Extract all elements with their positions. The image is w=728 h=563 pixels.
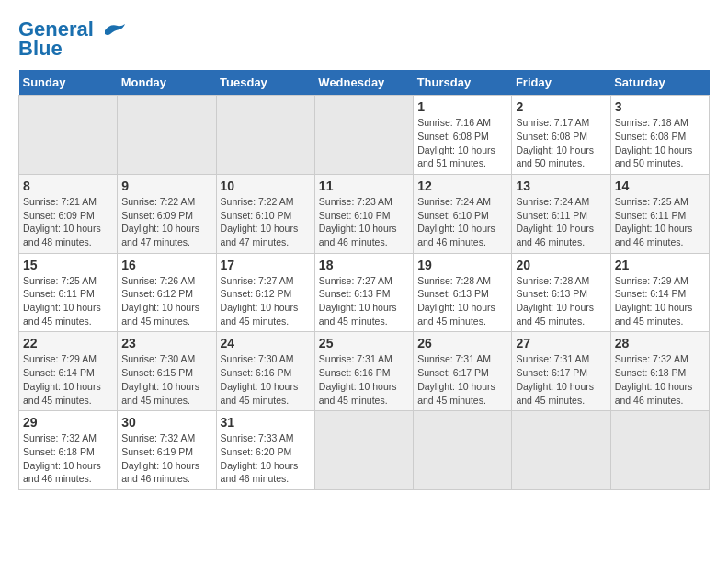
sunset-text: Sunset: 6:15 PM — [121, 367, 193, 378]
day-number: 12 — [417, 178, 507, 193]
sunrise-text: Sunrise: 7:21 AM — [23, 196, 97, 207]
day-info: Sunrise: 7:17 AM Sunset: 6:08 PM Dayligh… — [516, 116, 606, 170]
day-info: Sunrise: 7:25 AM Sunset: 6:11 PM Dayligh… — [615, 195, 705, 249]
calendar-cell: 10 Sunrise: 7:22 AM Sunset: 6:10 PM Dayl… — [216, 174, 314, 253]
calendar-cell — [314, 96, 413, 175]
day-info: Sunrise: 7:29 AM Sunset: 6:14 PM Dayligh… — [23, 352, 113, 407]
day-number: 14 — [615, 178, 705, 193]
day-number: 29 — [23, 415, 113, 430]
day-number: 31 — [221, 415, 311, 430]
sunset-text: Sunset: 6:17 PM — [417, 367, 489, 378]
day-number: 15 — [23, 258, 113, 272]
weekday-header-wednesday: Wednesday — [314, 70, 413, 96]
calendar-cell: 1 Sunrise: 7:16 AM Sunset: 6:08 PM Dayli… — [414, 96, 512, 175]
sunrise-text: Sunrise: 7:27 AM — [319, 275, 392, 286]
day-info: Sunrise: 7:29 AM Sunset: 6:14 PM Dayligh… — [615, 274, 705, 328]
daylight-text: Daylight: 10 hours and 45 minutes. — [221, 302, 299, 327]
sunrise-text: Sunrise: 7:25 AM — [615, 196, 688, 207]
calendar-cell: 23 Sunrise: 7:30 AM Sunset: 6:15 PM Dayl… — [118, 332, 216, 411]
daylight-text: Daylight: 10 hours and 45 minutes. — [221, 381, 299, 406]
sunset-text: Sunset: 6:11 PM — [516, 210, 587, 221]
sunset-text: Sunset: 6:09 PM — [23, 210, 95, 221]
day-info: Sunrise: 7:25 AM Sunset: 6:11 PM Dayligh… — [23, 274, 113, 328]
daylight-text: Daylight: 10 hours and 45 minutes. — [516, 381, 594, 406]
calendar-cell: 18 Sunrise: 7:27 AM Sunset: 6:13 PM Dayl… — [314, 253, 413, 332]
daylight-text: Daylight: 10 hours and 46 minutes. — [121, 460, 199, 485]
calendar-cell — [118, 96, 216, 175]
day-info: Sunrise: 7:24 AM Sunset: 6:10 PM Dayligh… — [417, 195, 507, 249]
day-info: Sunrise: 7:31 AM Sunset: 6:17 PM Dayligh… — [417, 352, 507, 407]
calendar-week-4: 22 Sunrise: 7:29 AM Sunset: 6:14 PM Dayl… — [19, 332, 710, 411]
sunrise-text: Sunrise: 7:24 AM — [516, 196, 589, 207]
calendar-week-2: 8 Sunrise: 7:21 AM Sunset: 6:09 PM Dayli… — [19, 174, 710, 253]
weekday-header-row: SundayMondayTuesdayWednesdayThursdayFrid… — [19, 70, 710, 96]
sunrise-text: Sunrise: 7:31 AM — [516, 353, 589, 364]
daylight-text: Daylight: 10 hours and 45 minutes. — [23, 302, 101, 327]
sunrise-text: Sunrise: 7:32 AM — [615, 353, 688, 364]
daylight-text: Daylight: 10 hours and 46 minutes. — [23, 460, 101, 485]
calendar-cell: 25 Sunrise: 7:31 AM Sunset: 6:16 PM Dayl… — [314, 332, 413, 411]
calendar-cell: 31 Sunrise: 7:33 AM Sunset: 6:20 PM Dayl… — [216, 411, 314, 490]
sunrise-text: Sunrise: 7:17 AM — [516, 117, 589, 128]
day-number: 9 — [121, 178, 211, 193]
sunset-text: Sunset: 6:12 PM — [121, 288, 193, 299]
day-number: 16 — [121, 258, 211, 272]
sunset-text: Sunset: 6:13 PM — [417, 288, 489, 299]
daylight-text: Daylight: 10 hours and 45 minutes. — [319, 302, 397, 327]
day-number: 26 — [417, 336, 507, 350]
daylight-text: Daylight: 10 hours and 45 minutes. — [121, 302, 199, 327]
sunset-text: Sunset: 6:17 PM — [516, 367, 587, 378]
day-info: Sunrise: 7:18 AM Sunset: 6:08 PM Dayligh… — [615, 116, 705, 170]
sunrise-text: Sunrise: 7:31 AM — [319, 353, 392, 364]
weekday-header-tuesday: Tuesday — [216, 70, 314, 96]
sunrise-text: Sunrise: 7:30 AM — [221, 353, 294, 364]
sunrise-text: Sunrise: 7:27 AM — [221, 275, 294, 286]
day-number: 24 — [221, 336, 311, 350]
logo-subtext: Blue — [18, 37, 63, 61]
calendar-cell: 22 Sunrise: 7:29 AM Sunset: 6:14 PM Dayl… — [19, 332, 118, 411]
daylight-text: Daylight: 10 hours and 51 minutes. — [417, 144, 495, 169]
sunrise-text: Sunrise: 7:33 AM — [221, 432, 294, 443]
calendar-cell: 28 Sunrise: 7:32 AM Sunset: 6:18 PM Dayl… — [610, 332, 709, 411]
calendar-cell: 27 Sunrise: 7:31 AM Sunset: 6:17 PM Dayl… — [512, 332, 610, 411]
calendar-cell: 15 Sunrise: 7:25 AM Sunset: 6:11 PM Dayl… — [19, 253, 118, 332]
sunset-text: Sunset: 6:16 PM — [319, 367, 391, 378]
calendar-cell: 29 Sunrise: 7:32 AM Sunset: 6:18 PM Dayl… — [19, 411, 118, 490]
daylight-text: Daylight: 10 hours and 45 minutes. — [121, 381, 199, 406]
day-info: Sunrise: 7:32 AM Sunset: 6:18 PM Dayligh… — [615, 352, 705, 407]
day-number: 23 — [121, 336, 211, 350]
weekday-header-monday: Monday — [118, 70, 216, 96]
sunrise-text: Sunrise: 7:22 AM — [121, 196, 195, 207]
day-info: Sunrise: 7:26 AM Sunset: 6:12 PM Dayligh… — [121, 274, 211, 328]
calendar-cell: 30 Sunrise: 7:32 AM Sunset: 6:19 PM Dayl… — [118, 411, 216, 490]
calendar-cell: 8 Sunrise: 7:21 AM Sunset: 6:09 PM Dayli… — [19, 174, 118, 253]
sunrise-text: Sunrise: 7:18 AM — [615, 117, 688, 128]
day-info: Sunrise: 7:30 AM Sunset: 6:15 PM Dayligh… — [121, 352, 211, 407]
calendar-cell — [610, 411, 709, 490]
sunset-text: Sunset: 6:09 PM — [121, 210, 193, 221]
page-header: General Blue — [18, 18, 710, 61]
day-number: 25 — [319, 336, 409, 350]
calendar-cell: 9 Sunrise: 7:22 AM Sunset: 6:09 PM Dayli… — [118, 174, 216, 253]
day-number: 18 — [319, 258, 409, 272]
sunset-text: Sunset: 6:13 PM — [516, 288, 587, 299]
day-number: 20 — [516, 258, 606, 272]
sunrise-text: Sunrise: 7:32 AM — [121, 432, 195, 443]
calendar-cell: 12 Sunrise: 7:24 AM Sunset: 6:10 PM Dayl… — [414, 174, 512, 253]
day-info: Sunrise: 7:32 AM Sunset: 6:19 PM Dayligh… — [121, 431, 211, 486]
daylight-text: Daylight: 10 hours and 50 minutes. — [516, 144, 594, 169]
calendar-cell — [19, 96, 118, 175]
day-number: 28 — [615, 336, 705, 350]
sunset-text: Sunset: 6:18 PM — [615, 367, 687, 378]
daylight-text: Daylight: 10 hours and 46 minutes. — [417, 223, 495, 247]
logo: General Blue — [18, 18, 127, 61]
daylight-text: Daylight: 10 hours and 50 minutes. — [615, 144, 693, 169]
calendar-cell: 26 Sunrise: 7:31 AM Sunset: 6:17 PM Dayl… — [414, 332, 512, 411]
day-number: 10 — [221, 178, 311, 193]
day-info: Sunrise: 7:32 AM Sunset: 6:18 PM Dayligh… — [23, 431, 113, 486]
daylight-text: Daylight: 10 hours and 47 minutes. — [221, 223, 299, 247]
daylight-text: Daylight: 10 hours and 46 minutes. — [319, 223, 397, 247]
daylight-text: Daylight: 10 hours and 46 minutes. — [221, 460, 299, 485]
sunset-text: Sunset: 6:19 PM — [121, 446, 193, 457]
day-number: 13 — [516, 178, 606, 193]
